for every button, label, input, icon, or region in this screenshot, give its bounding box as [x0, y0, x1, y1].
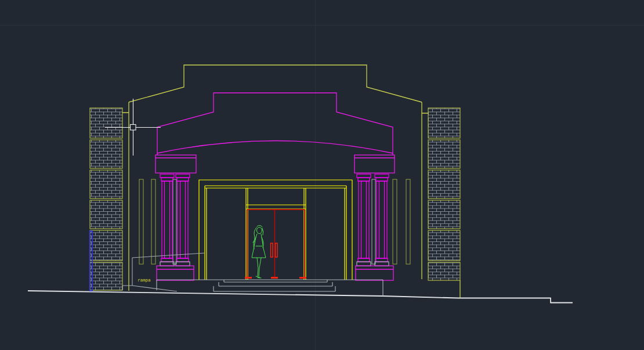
plinth: [160, 262, 174, 266]
column: [160, 174, 174, 262]
parapet-pediment: [157, 93, 393, 155]
door-opening-jambs: [246, 188, 306, 280]
gray-strip: [372, 179, 375, 264]
person-legs: [257, 258, 261, 276]
person-figure: [252, 225, 266, 278]
door-outer-frame: [199, 180, 352, 280]
pilaster-strip: [151, 179, 155, 264]
person-head: [257, 228, 262, 234]
brick-panel: [90, 140, 122, 168]
brick-panel: [428, 200, 460, 229]
door-transom: [246, 205, 306, 209]
step: [224, 280, 327, 282]
arch-curve: [157, 141, 393, 154]
brick-panel: [428, 170, 460, 199]
brick-panel: [428, 230, 460, 261]
wall-pillar-connectors: [122, 113, 428, 113]
door-inner-header: [205, 186, 346, 188]
ramp-surface: [122, 286, 177, 291]
plinth: [375, 262, 389, 266]
gray-strips: [173, 179, 375, 264]
brick-panel: [428, 262, 460, 280]
brick-panel: [90, 200, 122, 229]
gray-strip: [173, 179, 176, 264]
column: [176, 174, 190, 262]
step: [214, 286, 335, 291]
brick-panel: [90, 262, 122, 290]
door-handle: [276, 243, 278, 257]
brick-panel: [90, 108, 122, 138]
brick-pillar-left: [90, 108, 122, 290]
pilaster-strip: [406, 179, 410, 264]
column: [375, 174, 389, 262]
entablature-boxes: [155, 155, 395, 173]
column: [357, 174, 371, 262]
ground-line: [28, 291, 573, 303]
drawing-canvas[interactable]: [0, 0, 644, 350]
door-surround: [199, 180, 352, 280]
door-leaf-frames: [247, 210, 305, 279]
cad-viewport[interactable]: rampa: [0, 0, 644, 350]
pedestal-right: [356, 266, 393, 280]
brick-panel: [428, 140, 460, 168]
pilaster-strip: [393, 179, 397, 264]
brick-pillar-right: [428, 108, 460, 280]
door-inner-jambs: [205, 186, 346, 280]
brick-panel: [90, 170, 122, 199]
entrance-door: [245, 210, 306, 279]
ramp-and-railing: [122, 253, 204, 291]
roofline: [129, 65, 422, 102]
pedestal-left: [157, 266, 194, 280]
pickbox: [131, 125, 136, 131]
brick-panel: [428, 108, 460, 138]
person-feet: [256, 276, 261, 278]
brick-panel: [90, 230, 122, 261]
plinth: [176, 262, 190, 266]
door-handle: [271, 243, 273, 257]
pilaster-strip: [139, 179, 143, 264]
plinth: [357, 262, 371, 266]
parapet-outline: [157, 93, 393, 155]
ramp-annotation-label: rampa: [138, 278, 151, 283]
